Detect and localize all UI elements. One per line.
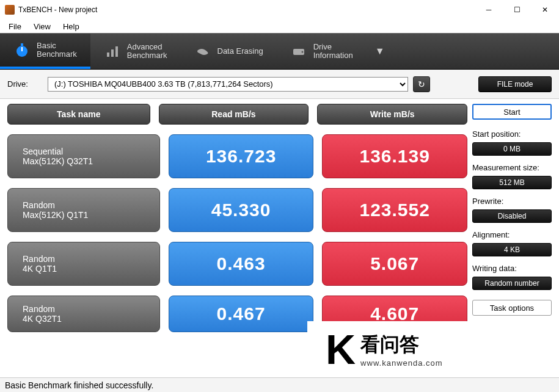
tab-drive-information[interactable]: DriveInformation [277, 34, 367, 69]
write-value: 123.552 [322, 188, 467, 232]
task-options-button[interactable]: Task options [472, 300, 552, 316]
maximize-button[interactable]: ☐ [503, 0, 531, 20]
task-name-cell: Random4K Q32T1 [7, 296, 160, 332]
status-bar: Basic Benchmark finished successfully. [0, 377, 559, 392]
start-button[interactable]: Start [472, 104, 552, 120]
measurement-size-label: Measurement size: [472, 163, 552, 172]
prewrite-label: Prewrite: [472, 197, 552, 206]
drive-bar: Drive: (J:) TOSHIBA MQ04UBB400 3.63 TB (… [0, 70, 559, 99]
status-text: Basic Benchmark finished successfully. [5, 380, 153, 390]
result-row: SequentialMax(512K) Q32T1 136.723 136.13… [7, 134, 467, 178]
menu-help[interactable]: Help [57, 21, 86, 32]
tab-data-erasing[interactable]: Data Erasing [181, 34, 277, 69]
prewrite-value[interactable]: Disabled [472, 209, 552, 223]
measurement-size-value[interactable]: 512 MB [472, 176, 552, 189]
read-value: 0.463 [169, 242, 314, 286]
menu-view[interactable]: View [27, 21, 57, 32]
title-bar: TxBENCH - New project ─ ☐ ✕ [0, 0, 559, 20]
watermark-logo-icon: K [326, 325, 353, 373]
tab-overflow-dropdown[interactable]: ▼ [367, 34, 393, 69]
tab-basic-benchmark[interactable]: BasicBenchmark [0, 34, 90, 69]
app-icon [5, 5, 15, 15]
write-value: 136.139 [322, 134, 467, 178]
tab-bar: BasicBenchmark AdvancedBenchmark Data Er… [0, 33, 559, 70]
drive-label: Drive: [7, 79, 28, 89]
task-name-cell: RandomMax(512K) Q1T1 [7, 188, 160, 232]
write-value: 5.067 [322, 242, 467, 286]
watermark-title: 看问答 [360, 332, 443, 358]
header-read: Read mB/s [159, 104, 309, 125]
minimize-button[interactable]: ─ [475, 0, 503, 20]
header-task-name: Task name [7, 104, 150, 125]
file-mode-button[interactable]: FILE mode [478, 76, 552, 92]
watermark-url: www.kanwenda.com [360, 358, 443, 368]
window-title: TxBENCH - New project [18, 5, 97, 14]
result-row: RandomMax(512K) Q1T1 45.330 123.552 [7, 188, 467, 232]
stopwatch-icon [13, 42, 31, 59]
writing-data-label: Writing data: [472, 264, 552, 273]
read-value: 0.467 [169, 296, 314, 332]
writing-data-value[interactable]: Random number [472, 277, 552, 290]
start-position-value[interactable]: 0 MB [472, 142, 552, 156]
bar-chart-icon [104, 43, 121, 60]
refresh-button[interactable]: ↻ [413, 76, 430, 92]
svg-point-7 [301, 51, 303, 53]
result-row: Random4K Q1T1 0.463 5.067 [7, 242, 467, 286]
svg-rect-4 [111, 49, 114, 57]
close-button[interactable]: ✕ [531, 0, 559, 20]
svg-rect-3 [107, 53, 109, 57]
watermark: K 看问答 www.kanwenda.com [307, 321, 552, 377]
alignment-value[interactable]: 4 KB [472, 243, 552, 256]
read-value: 45.330 [169, 188, 314, 232]
svg-rect-1 [21, 43, 23, 46]
task-name-cell: SequentialMax(512K) Q32T1 [7, 134, 160, 178]
erase-icon [194, 43, 211, 60]
start-position-label: Start position: [472, 129, 552, 139]
drive-select[interactable]: (J:) TOSHIBA MQ04UBB400 3.63 TB (7,813,7… [48, 77, 408, 92]
alignment-label: Alignment: [472, 230, 552, 239]
menu-bar: File View Help [0, 20, 559, 33]
menu-file[interactable]: File [2, 21, 27, 32]
svg-rect-5 [115, 46, 118, 57]
svg-rect-2 [21, 47, 23, 51]
header-write: Write mB/s [317, 104, 467, 125]
task-name-cell: Random4K Q1T1 [7, 242, 160, 286]
drive-icon [290, 43, 307, 60]
tab-advanced-benchmark[interactable]: AdvancedBenchmark [90, 34, 181, 69]
read-value: 136.723 [169, 134, 314, 178]
